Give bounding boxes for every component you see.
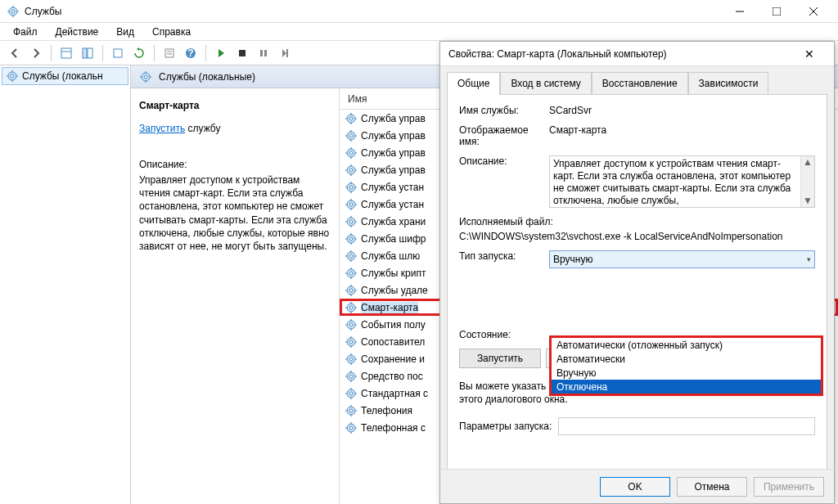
refresh-button[interactable] [129, 43, 149, 63]
svg-rect-14 [114, 49, 122, 57]
pause-button[interactable] [254, 43, 273, 63]
gear-icon [345, 404, 358, 417]
gear-icon [345, 146, 358, 160]
play-button[interactable] [211, 43, 231, 63]
export-button[interactable] [108, 43, 128, 63]
gear-icon [345, 335, 358, 349]
tree-root-node[interactable]: Службы (локальн [2, 67, 128, 85]
service-name: Сопоставител [361, 336, 425, 348]
details-button[interactable] [56, 43, 76, 63]
gear-icon [345, 164, 358, 177]
svg-rect-22 [264, 50, 267, 56]
content-header-label: Службы (локальные) [159, 71, 255, 83]
restart-button[interactable] [275, 43, 295, 63]
service-name: Смарт-карта [361, 302, 418, 313]
tab-strip: Общие Вход в систему Восстановление Зави… [440, 66, 834, 94]
tab-recovery[interactable]: Восстановление [592, 72, 688, 95]
gear-icon [139, 70, 152, 83]
tab-dependencies[interactable]: Зависимости [688, 72, 769, 95]
dialog-close-button[interactable]: ✕ [793, 43, 826, 65]
gear-icon [345, 387, 358, 400]
close-button[interactable] [795, 0, 831, 23]
startup-type-combo[interactable]: Вручную ▾ [549, 250, 815, 268]
service-name: Служба храни [361, 216, 426, 227]
svg-text:?: ? [187, 47, 193, 59]
service-name: Телефонная с [361, 422, 426, 434]
gear-icon [345, 284, 358, 297]
service-name: Службы крипт [361, 268, 426, 279]
description-label: Описание: [139, 159, 331, 170]
startup-option[interactable]: Вручную [552, 366, 821, 380]
gear-icon [345, 215, 358, 228]
forward-button[interactable] [26, 43, 46, 63]
dialog-titlebar: Свойства: Смарт-карта (Локальный компьют… [440, 42, 834, 66]
description-label: Описание: [459, 155, 549, 167]
startup-option[interactable]: Автоматически [552, 352, 821, 366]
service-name: Служба шифр [361, 233, 426, 245]
show-hide-button[interactable] [78, 43, 97, 63]
app-icon [7, 5, 20, 18]
gear-icon [345, 112, 358, 125]
start-service-link[interactable]: Запустить [139, 123, 185, 134]
state-label: Состояние: [459, 329, 511, 340]
cancel-button[interactable]: Отмена [677, 477, 747, 497]
menu-action[interactable]: Действие [47, 25, 107, 39]
exe-value: C:\WINDOWS\system32\svchost.exe -k Local… [459, 231, 815, 242]
service-name: Служба устан [361, 182, 424, 193]
service-name-label: Имя службы: [459, 105, 549, 116]
tab-logon[interactable]: Вход в систему [500, 72, 591, 95]
minimize-button[interactable] [721, 0, 758, 23]
service-name: Средство пос [361, 371, 423, 382]
service-name: Служба управ [361, 130, 426, 142]
startup-option[interactable]: Отключена [552, 380, 821, 394]
svg-rect-7 [773, 7, 781, 16]
description-value: Управляет доступом к устройствам чтения … [553, 158, 791, 206]
start-button[interactable]: Запустить [459, 349, 541, 368]
gear-icon [345, 421, 358, 434]
help-button[interactable]: ? [181, 43, 200, 63]
tab-general[interactable]: Общие [447, 72, 500, 95]
menubar: Файл Действие Вид Справка [0, 23, 838, 41]
svg-rect-10 [61, 48, 71, 58]
gear-icon [345, 353, 358, 366]
dialog-footer: OK Отмена Применить [440, 469, 834, 503]
window-titlebar: Службы [0, 0, 838, 23]
gear-icon [345, 198, 358, 211]
gear-icon [6, 70, 19, 83]
properties-dialog: Свойства: Смарт-карта (Локальный компьют… [439, 41, 835, 504]
service-name: Стандартная с [361, 388, 428, 399]
gear-icon [345, 318, 358, 331]
startup-type-dropdown[interactable]: Автоматически (отложенный запуск)Автомат… [549, 335, 823, 396]
menu-file[interactable]: Файл [5, 25, 46, 39]
menu-view[interactable]: Вид [108, 25, 142, 39]
gear-icon [345, 370, 358, 383]
properties-button[interactable] [160, 43, 179, 63]
service-name: Сохранение и [361, 353, 425, 365]
description-panel: Смарт-карта Запустить службу Описание: У… [131, 88, 340, 504]
gear-icon [345, 301, 358, 314]
service-name: Служба управ [361, 164, 426, 176]
description-box: Управляет доступом к устройствам чтения … [549, 155, 815, 208]
ok-button[interactable]: OK [600, 477, 670, 497]
gear-icon [345, 267, 358, 280]
exe-label: Исполняемый файл: [459, 216, 815, 227]
startup-type-selected: Вручную [553, 254, 592, 265]
startup-option[interactable]: Автоматически (отложенный запуск) [552, 338, 821, 352]
maximize-button[interactable] [758, 0, 795, 23]
params-input[interactable] [558, 417, 815, 435]
service-name: Служба управ [361, 113, 426, 124]
svg-rect-23 [286, 49, 288, 57]
gear-icon [345, 129, 358, 142]
stop-button[interactable] [232, 43, 252, 63]
menu-help[interactable]: Справка [144, 25, 199, 39]
back-button[interactable] [5, 43, 25, 63]
chevron-down-icon: ▾ [807, 255, 811, 263]
svg-rect-12 [83, 48, 87, 58]
service-name: Служба управ [361, 147, 426, 159]
gear-icon [345, 250, 358, 263]
selected-service-title: Смарт-карта [139, 100, 331, 111]
apply-button[interactable]: Применить [754, 477, 824, 497]
tree-pane: Службы (локальн [0, 65, 131, 504]
svg-rect-13 [88, 48, 92, 58]
description-scrollbar[interactable]: ▲▼ [800, 156, 814, 207]
